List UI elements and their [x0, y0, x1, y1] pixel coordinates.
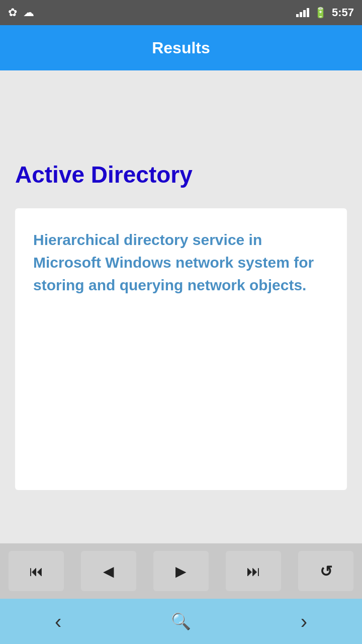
search-button[interactable]: 🔍: [156, 607, 206, 636]
repeat-button[interactable]: ↺: [298, 551, 353, 591]
signal-icon: [296, 8, 309, 17]
battery-icon: 🔋: [314, 7, 327, 19]
play-icon: ▶: [175, 563, 187, 580]
result-card: Hierarchical directory service in Micros…: [15, 208, 347, 490]
status-bar: ✿ ☁ 🔋 5:57: [0, 0, 362, 25]
fast-forward-icon: ⏭: [246, 563, 260, 580]
rewind-icon: ◀: [103, 563, 114, 580]
result-title: Active Directory: [15, 161, 347, 188]
repeat-icon: ↺: [320, 562, 332, 580]
media-controls: ⏮ ◀ ▶ ⏭ ↺: [0, 543, 362, 599]
fast-forward-button[interactable]: ⏭: [226, 551, 281, 591]
weather-icon: ☁: [23, 6, 34, 19]
play-button[interactable]: ▶: [153, 551, 209, 591]
skip-back-icon: ⏮: [29, 563, 43, 580]
time-display: 5:57: [332, 6, 354, 19]
main-content: Active Directory Hierarchical directory …: [0, 70, 362, 543]
back-icon: ‹: [55, 610, 61, 632]
bottom-nav: ‹ 🔍 ›: [0, 599, 362, 644]
camera-icon: ✿: [8, 6, 17, 19]
forward-button[interactable]: ›: [286, 605, 322, 638]
skip-back-button[interactable]: ⏮: [9, 551, 64, 591]
rewind-button[interactable]: ◀: [81, 551, 136, 591]
forward-icon: ›: [301, 610, 307, 632]
page-title: Results: [152, 39, 210, 57]
result-description: Hierarchical directory service in Micros…: [33, 228, 329, 296]
app-bar: Results: [0, 25, 362, 70]
status-bar-right: 🔋 5:57: [296, 6, 354, 19]
search-icon: 🔍: [171, 612, 191, 630]
status-bar-left: ✿ ☁: [8, 6, 34, 19]
back-button[interactable]: ‹: [40, 605, 76, 638]
